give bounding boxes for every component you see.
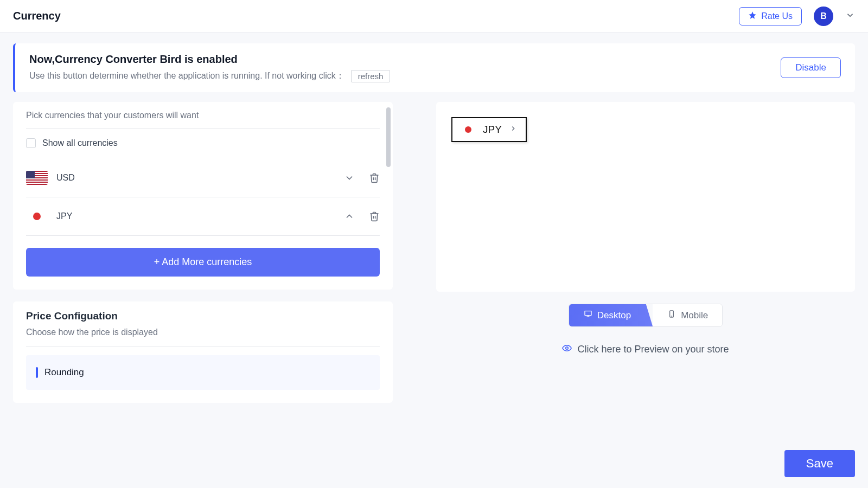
rate-us-label: Rate Us — [761, 11, 793, 21]
rate-us-button[interactable]: Rate Us — [739, 7, 802, 25]
mobile-tab-label: Mobile — [681, 310, 708, 321]
preview-link-label: Click here to Preview on your store — [577, 344, 729, 355]
show-all-checkbox[interactable] — [26, 138, 36, 148]
rounding-section[interactable]: Rounding — [26, 355, 380, 390]
currency-selector-preview[interactable]: JPY — [451, 117, 527, 142]
show-all-label: Show all currencies — [42, 138, 118, 148]
status-card: Now,Currency Converter Bird is enabled U… — [13, 43, 855, 92]
preview-currency-code: JPY — [483, 124, 502, 136]
page-title: Currency — [13, 10, 61, 22]
desktop-icon — [583, 310, 593, 321]
eye-icon — [562, 343, 572, 356]
trash-icon[interactable] — [369, 172, 380, 183]
chevron-down-icon[interactable] — [845, 10, 855, 22]
status-subtitle: Use this button determine whether the ap… — [29, 70, 390, 82]
status-title: Now,Currency Converter Bird is enabled — [29, 53, 390, 66]
add-more-currencies-button[interactable]: + Add More currencies — [26, 248, 380, 277]
disable-button[interactable]: Disable — [781, 57, 841, 78]
avatar-letter: B — [820, 11, 827, 21]
mobile-tab[interactable]: Mobile — [653, 304, 722, 326]
flag-jp-icon — [26, 209, 48, 223]
move-up-icon[interactable] — [344, 211, 355, 222]
accent-bar-icon — [36, 367, 38, 378]
preview-panel: JPY — [436, 102, 855, 292]
currency-row-jpy: JPY — [26, 197, 380, 236]
currency-code: JPY — [56, 211, 72, 221]
svg-rect-0 — [585, 311, 591, 316]
price-config-card: Price Configuation Choose how the price … — [13, 301, 393, 403]
flag-jp-icon — [461, 125, 475, 134]
status-subtitle-text: Use this button determine whether the ap… — [29, 70, 344, 82]
avatar[interactable]: B — [814, 7, 833, 26]
scrollbar-thumb[interactable] — [386, 107, 391, 167]
currency-row-usd: USD — [26, 159, 380, 197]
rounding-label: Rounding — [44, 367, 84, 378]
view-toggle: Desktop Mobile — [436, 304, 855, 327]
topbar: Currency Rate Us B — [0, 0, 868, 33]
move-down-icon[interactable] — [344, 172, 355, 183]
save-button[interactable]: Save — [784, 450, 855, 477]
pick-currencies-label: Pick currencies that your customers will… — [26, 111, 380, 129]
mobile-icon — [667, 310, 676, 321]
preview-on-store-link[interactable]: Click here to Preview on your store — [436, 343, 855, 356]
trash-icon[interactable] — [369, 211, 380, 222]
desktop-tab[interactable]: Desktop — [569, 304, 653, 326]
svg-point-5 — [566, 347, 569, 350]
refresh-button[interactable]: refresh — [351, 70, 391, 82]
desktop-tab-label: Desktop — [597, 310, 631, 321]
price-config-title: Price Configuation — [26, 310, 380, 322]
currencies-card: Pick currencies that your customers will… — [13, 102, 393, 290]
price-config-subtitle: Choose how the price is displayed — [26, 328, 380, 346]
chevron-right-icon — [509, 125, 517, 134]
currency-code: USD — [56, 173, 75, 183]
flag-us-icon — [26, 171, 48, 185]
star-icon — [748, 11, 757, 22]
